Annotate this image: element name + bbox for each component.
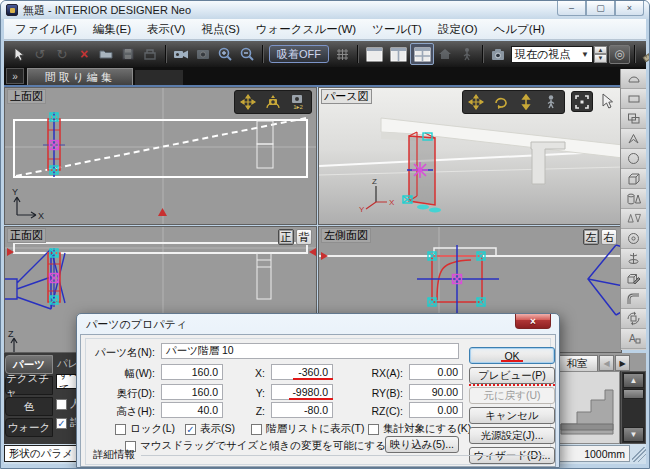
shape-cube-button[interactable] (621, 169, 646, 189)
depth-field[interactable]: 160.0 (161, 384, 223, 400)
palette-scrollbar[interactable]: ▲ ▼ (621, 371, 646, 444)
export-button[interactable] (139, 43, 161, 65)
home-view-button[interactable] (434, 43, 456, 65)
rx-field[interactable]: 0.00 (409, 364, 463, 380)
save-button[interactable] (117, 43, 139, 65)
spin-down-icon[interactable]: ▼ (594, 54, 607, 63)
aggregate-checkbox[interactable] (368, 424, 379, 435)
select-tool-button[interactable] (7, 43, 29, 65)
scrollbar-thumb[interactable] (623, 389, 644, 399)
dialog-close-button[interactable]: × (515, 314, 551, 329)
palette-tab-texture[interactable]: テクスチャ (5, 376, 53, 395)
rotate-view-button[interactable] (490, 92, 512, 112)
layout-single-button[interactable] (362, 43, 386, 65)
shape-lathe-button[interactable] (621, 249, 646, 269)
shape-torus-button[interactable] (621, 229, 646, 249)
aggregate-checkbox-group[interactable]: 集計対象にする(K) (368, 422, 471, 436)
person-checkbox[interactable] (56, 399, 67, 410)
menu-settings[interactable]: 設定(O) (430, 20, 486, 39)
hierarchy-list-checkbox[interactable] (251, 424, 262, 435)
shape-rotate-object-button[interactable] (621, 309, 646, 329)
shape-boolean-button[interactable] (621, 109, 646, 129)
maximize-button[interactable]: ▢ (586, 1, 615, 16)
parts-properties-dialog[interactable]: パーツのプロパティ × パーツ名(N): パーツ階層 10 幅(W): 160.… (76, 313, 560, 468)
delete-button[interactable]: × (73, 43, 95, 65)
orbit-camera-button[interactable] (262, 92, 284, 112)
menu-help[interactable]: ヘルプ(H) (486, 20, 553, 39)
view-settings-button[interactable]: ◎ (609, 45, 630, 64)
shape-pipe-button[interactable] (621, 289, 646, 309)
lock-checkbox-group[interactable]: ロック(L) (115, 422, 175, 436)
tab-scroll-right-button[interactable]: ▶ (615, 355, 630, 371)
tab-scroll-left-button[interactable]: ◀ (599, 355, 614, 371)
parts-thumbnail-area[interactable] (554, 371, 620, 444)
menu-file[interactable]: ファイル(F) (7, 20, 85, 39)
shape-cylinder-cone-button[interactable] (621, 189, 646, 209)
front-face-button[interactable]: 正 (278, 229, 294, 245)
resize-grip[interactable] (632, 447, 646, 462)
snapshot-button[interactable] (192, 43, 214, 65)
category-tab-washitsu[interactable]: 和室 (556, 355, 598, 371)
tab-floorplan-edit[interactable]: 間取り編集 (27, 68, 133, 85)
scroll-up-button[interactable]: ▲ (623, 373, 644, 388)
viewpoint-camera-button[interactable] (487, 43, 509, 65)
grid-toggle-button[interactable] (331, 43, 353, 65)
walk-mode-button[interactable] (456, 43, 478, 65)
right-face-button[interactable]: 右 (601, 229, 617, 245)
palette-tab-walk[interactable]: ウォーク (5, 418, 53, 437)
titlebar[interactable]: 無題 - INTERIOR DESIGNER Neo (1, 1, 649, 19)
width-field[interactable]: 160.0 (161, 364, 223, 380)
z-field[interactable]: -80.0 (271, 402, 333, 418)
view-preset-spinner[interactable]: ▲ ▼ (594, 46, 607, 63)
show-checkbox[interactable]: ✓ (185, 424, 196, 435)
palette-tab-color[interactable]: 色 (5, 397, 53, 416)
layout-quad-button[interactable] (410, 43, 434, 65)
spin-up-icon[interactable]: ▲ (594, 46, 607, 55)
zoom-in-button[interactable] (214, 43, 236, 65)
detail-checkbox[interactable]: ✓ (56, 418, 67, 429)
close-button[interactable]: × (615, 1, 644, 16)
snap-toggle-button[interactable]: 吸着OFF (269, 45, 329, 63)
menu-tools[interactable]: ツール(T) (364, 20, 430, 39)
menu-walkthrough[interactable]: ウォークスルー(W) (248, 20, 364, 39)
elevate-view-button[interactable] (515, 92, 537, 112)
menu-edit[interactable]: 編集(E) (85, 20, 139, 39)
left-face-button[interactable]: 左 (583, 229, 599, 245)
zoom-out-button[interactable] (236, 43, 258, 65)
part-name-field[interactable]: パーツ階層 10 (161, 343, 459, 359)
shape-sphere-button[interactable] (621, 149, 646, 169)
open-button[interactable] (95, 43, 117, 65)
undo-button[interactable]: ↺ (29, 43, 51, 65)
fullscreen-view-button[interactable] (571, 91, 593, 112)
walkthrough-camera-button[interactable] (170, 43, 192, 65)
preview-button[interactable]: プレビュー(P) (469, 367, 555, 384)
back-face-button[interactable]: 背 (296, 229, 312, 245)
hierarchy-list-checkbox-group[interactable]: 階層リストに表示(T) (251, 422, 364, 436)
viewport-top-view[interactable]: Y X 上面図 1▸2 (4, 87, 317, 225)
shape-box-button[interactable] (621, 89, 646, 109)
view-preset-select[interactable]: 現在の視点 ▼ (511, 46, 593, 63)
shape-arch-button[interactable] (621, 69, 646, 89)
revert-button[interactable]: 元に戻す(U) (469, 387, 555, 404)
measure-button[interactable] (639, 43, 650, 65)
layout-split-button[interactable] (386, 43, 410, 65)
pan-tool-button[interactable] (465, 92, 487, 112)
redo-button[interactable]: ↻ (51, 43, 73, 65)
pan-tool-button[interactable] (237, 92, 259, 112)
shape-polyline-button[interactable] (621, 129, 646, 149)
panel-expander-button[interactable]: » (6, 68, 24, 84)
menu-viewpoint[interactable]: 視点(S) (193, 20, 247, 39)
camera-switch-button[interactable]: 1▸2 (287, 92, 309, 112)
height-field[interactable]: 40.0 (161, 402, 223, 418)
lock-checkbox[interactable] (115, 424, 126, 435)
rz-field[interactable]: 0.00 (409, 402, 463, 418)
minimize-button[interactable]: – (557, 1, 586, 16)
walk-view-button[interactable] (540, 92, 562, 112)
show-checkbox-group[interactable]: ✓ 表示(S) (185, 422, 235, 436)
scroll-down-button[interactable]: ▼ (623, 427, 644, 442)
shape-double-cone-button[interactable] (621, 209, 646, 229)
shape-edit-solid-button[interactable] (621, 269, 646, 289)
viewport-perspective[interactable]: Z Y X パース図 (318, 87, 622, 225)
shape-text-button[interactable]: A (621, 329, 646, 349)
menu-view[interactable]: 表示(V) (139, 20, 193, 39)
